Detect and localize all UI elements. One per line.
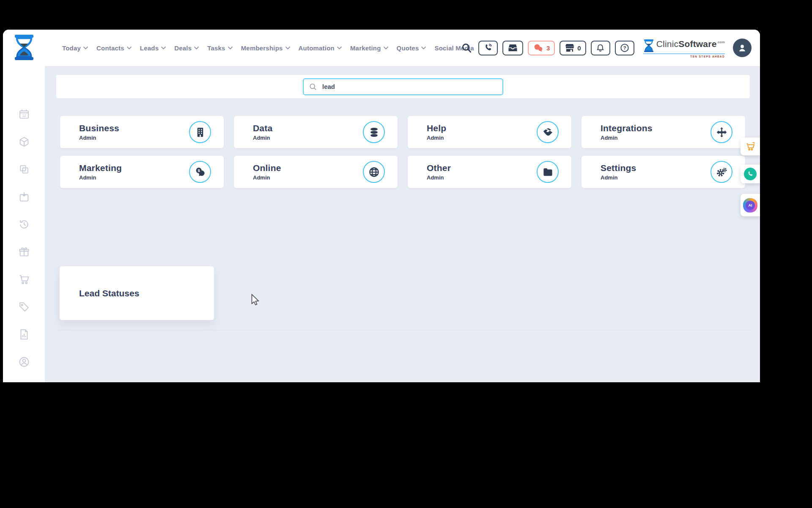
- section-divider: [56, 330, 750, 330]
- chevron-down-icon: [194, 47, 199, 50]
- chevron-down-icon: [161, 47, 166, 50]
- inbox-icon: [508, 43, 518, 52]
- building-icon: [189, 121, 211, 143]
- phone-icon: [483, 43, 493, 52]
- chevron-down-icon: [337, 47, 342, 50]
- ai-icon: AI: [743, 198, 757, 213]
- calendar-import-icon[interactable]: [18, 191, 30, 203]
- cart-icon: [745, 141, 756, 152]
- chevron-down-icon: [83, 47, 88, 50]
- nav-item-today[interactable]: Today: [62, 44, 88, 52]
- user-circle-icon[interactable]: [18, 356, 30, 368]
- copy-icon[interactable]: [18, 163, 30, 175]
- store-count-badge: 0: [577, 44, 581, 52]
- ai-label: AI: [746, 201, 755, 210]
- card-data[interactable]: Data Admin: [234, 116, 398, 148]
- brand-tld: .com: [717, 40, 725, 44]
- chevron-down-icon: [421, 47, 426, 50]
- search-input-icon: [309, 83, 317, 91]
- chat-button[interactable]: 3: [528, 41, 555, 55]
- main-nav: Today Contacts Leads Deals Tasks Members…: [62, 30, 474, 66]
- app-window: Today Contacts Leads Deals Tasks Members…: [3, 30, 760, 382]
- gift-icon[interactable]: [18, 246, 30, 258]
- store-icon: [565, 43, 575, 52]
- folder-icon: [537, 161, 559, 183]
- cart-icon[interactable]: [18, 273, 30, 285]
- inbox-button[interactable]: [502, 41, 523, 55]
- help-button[interactable]: ?: [615, 41, 634, 55]
- nav-item-marketing[interactable]: Marketing: [350, 44, 388, 52]
- floating-ai-button[interactable]: AI: [741, 194, 760, 216]
- search-box: [303, 78, 503, 95]
- lead-statuses-card[interactable]: Lead Statuses: [60, 266, 214, 320]
- clinicsoftware-logo[interactable]: ClinicSoftware.com TEN STEPS AHEAD: [643, 39, 725, 57]
- chevron-down-icon: [285, 47, 290, 50]
- floating-cart-button[interactable]: [741, 138, 760, 155]
- price-tag-icon[interactable]: [18, 301, 30, 313]
- brand-underline: [643, 53, 725, 54]
- svg-text:$: $: [198, 168, 200, 172]
- desktop: Today Contacts Leads Deals Tasks Members…: [0, 0, 812, 508]
- report-icon[interactable]: [18, 329, 30, 340]
- calendar-icon[interactable]: 12: [18, 108, 30, 120]
- globe-icon: [363, 161, 385, 183]
- card-business[interactable]: Business Admin: [60, 116, 224, 148]
- search-row: [56, 75, 750, 98]
- nav-item-contacts[interactable]: Contacts: [96, 44, 132, 52]
- nav-item-leads[interactable]: Leads: [140, 44, 166, 52]
- question-icon: ?: [620, 43, 629, 52]
- chevron-down-icon: [228, 47, 233, 50]
- card-settings[interactable]: Settings Admin: [582, 156, 745, 188]
- hourglass-logo-small-icon: [643, 39, 654, 52]
- chevron-down-icon: [384, 47, 388, 50]
- chevron-down-icon: [127, 47, 132, 50]
- bell-icon: [596, 43, 605, 52]
- mouse-cursor: [250, 294, 260, 306]
- brand-tagline: TEN STEPS AHEAD: [690, 55, 725, 58]
- card-other[interactable]: Other Admin: [408, 156, 571, 188]
- chat-bubbles-icon: [533, 43, 544, 52]
- floating-whatsapp-button[interactable]: [741, 165, 760, 183]
- nav-item-memberships[interactable]: Memberships: [241, 44, 290, 52]
- header-toolbar: 3 0 ?: [461, 30, 752, 66]
- svg-text:?: ?: [623, 45, 626, 50]
- admin-cards-grid: Business Admin Data Admin Help Admin: [60, 116, 745, 188]
- chat-count-badge: 3: [546, 44, 550, 52]
- nav-item-quotes[interactable]: Quotes: [397, 44, 426, 52]
- card-help[interactable]: Help Admin: [408, 116, 571, 148]
- phone-button[interactable]: [478, 41, 498, 55]
- brand-name: ClinicSoftware.com: [656, 39, 725, 49]
- card-marketing[interactable]: Marketing Admin $: [60, 156, 224, 188]
- store-button[interactable]: 0: [560, 41, 586, 55]
- money-chat-icon: $: [189, 161, 211, 183]
- icon-sidebar: 12: [3, 66, 45, 382]
- svg-text:12: 12: [22, 114, 26, 118]
- history-icon[interactable]: [18, 218, 30, 230]
- settings-search-input[interactable]: [303, 78, 503, 95]
- nav-item-tasks[interactable]: Tasks: [207, 44, 232, 52]
- search-icon[interactable]: [461, 42, 472, 53]
- main-content: Business Admin Data Admin Help Admin: [45, 66, 760, 382]
- package-icon[interactable]: [18, 136, 30, 148]
- lead-statuses-label: Lead Statuses: [79, 288, 139, 298]
- card-integrations[interactable]: Integrations Admin: [582, 116, 745, 148]
- notifications-button[interactable]: [591, 41, 610, 55]
- whatsapp-icon: [744, 168, 757, 180]
- card-online[interactable]: Online Admin: [234, 156, 398, 188]
- handshake-icon: [537, 121, 559, 143]
- database-icon: [363, 121, 385, 143]
- user-avatar[interactable]: [733, 39, 752, 57]
- hourglass-logo-icon[interactable]: [13, 34, 35, 63]
- nav-item-automation[interactable]: Automation: [299, 44, 342, 52]
- gears-icon: [710, 161, 732, 183]
- person-icon: [737, 42, 748, 53]
- nav-item-deals[interactable]: Deals: [174, 44, 199, 52]
- move-arrows-icon: [710, 121, 732, 143]
- top-header: Today Contacts Leads Deals Tasks Members…: [3, 30, 760, 66]
